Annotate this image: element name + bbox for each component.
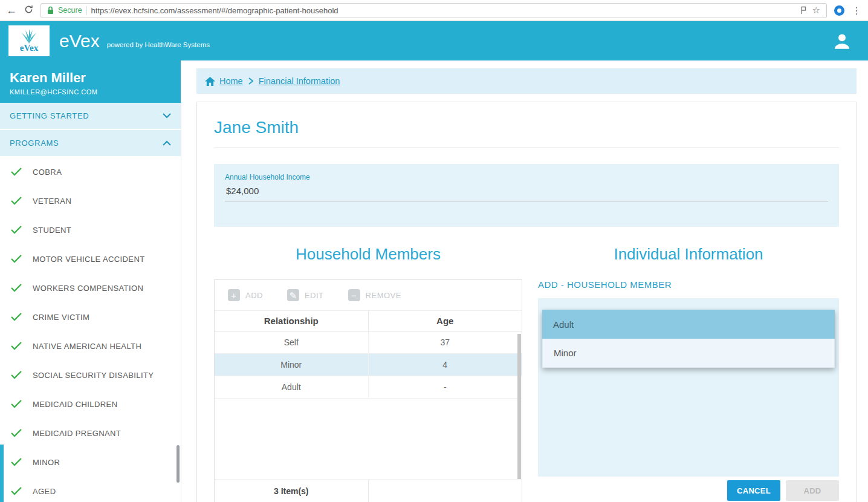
individual-information-title: Individual Information bbox=[538, 245, 839, 264]
address-separator bbox=[86, 6, 87, 15]
table-row[interactable]: Adult - bbox=[215, 376, 522, 399]
table-scrollbar[interactable] bbox=[517, 334, 521, 479]
check-icon bbox=[11, 429, 22, 437]
remove-button-label: REMOVE bbox=[366, 291, 401, 300]
page-action-icon[interactable] bbox=[800, 6, 806, 15]
check-icon bbox=[11, 371, 22, 379]
check-icon bbox=[11, 284, 22, 292]
cell-relationship: Minor bbox=[215, 354, 368, 376]
cancel-button[interactable]: CANCEL bbox=[727, 480, 780, 501]
sidebar-item-veteran[interactable]: VETERAN bbox=[0, 186, 181, 215]
sidebar-left-scrollbar[interactable] bbox=[0, 445, 4, 502]
program-label: MEDICAID CHILDREN bbox=[33, 400, 117, 409]
program-label: STUDENT bbox=[33, 226, 71, 235]
sidebar-item-crime-victim[interactable]: CRIME VICTIM bbox=[0, 302, 181, 331]
breadcrumb: Home Financial Information bbox=[196, 68, 857, 94]
chevron-up-icon bbox=[163, 140, 171, 146]
program-label: AGED bbox=[33, 487, 56, 496]
remove-member-button[interactable]: − REMOVE bbox=[348, 289, 401, 301]
cell-age: - bbox=[368, 376, 522, 398]
sidebar-item-minor[interactable]: MINOR bbox=[0, 448, 181, 477]
household-members-section: Household Members + ADD ✎ EDIT bbox=[214, 245, 522, 502]
secure-label: Secure bbox=[58, 6, 82, 15]
user-avatar-icon[interactable] bbox=[832, 31, 852, 51]
sidebar-item-aged[interactable]: AGED bbox=[0, 477, 181, 502]
individual-information-section: Individual Information ADD - HOUSEHOLD M… bbox=[538, 245, 839, 502]
refresh-icon[interactable] bbox=[24, 5, 33, 16]
breadcrumb-home-link[interactable]: Home bbox=[205, 76, 243, 86]
brand: eVex powered by HealthWare Systems bbox=[59, 31, 210, 51]
evex-plant-icon bbox=[19, 29, 39, 44]
section-label: GETTING STARTED bbox=[10, 111, 89, 120]
option-adult[interactable]: Adult bbox=[542, 310, 835, 339]
table-header: Relationship Age bbox=[215, 311, 522, 331]
income-field-value[interactable]: $24,000 bbox=[225, 181, 828, 201]
section-label: PROGRAMS bbox=[10, 139, 59, 148]
chevron-right-icon bbox=[248, 77, 253, 85]
patient-name-title: Jane Smith bbox=[214, 102, 839, 148]
table-body: Self 37 Minor 4 Adult - bbox=[215, 331, 522, 480]
sidebar-section-programs[interactable]: PROGRAMS bbox=[0, 130, 181, 157]
check-icon bbox=[11, 255, 22, 263]
sidebar-item-motor-vehicle-accident[interactable]: MOTOR VEHICLE ACCIDENT bbox=[0, 244, 181, 273]
program-label: MOTOR VEHICLE ACCIDENT bbox=[33, 255, 145, 264]
sidebar-section-getting-started[interactable]: GETTING STARTED bbox=[0, 103, 181, 130]
brand-name: eVex bbox=[59, 31, 100, 51]
income-panel: Annual Household Income $24,000 bbox=[214, 164, 839, 227]
check-icon bbox=[11, 313, 22, 321]
sidebar-item-medicaid-children[interactable]: MEDICAID CHILDREN bbox=[0, 390, 181, 419]
breadcrumb-financial-information-link[interactable]: Financial Information bbox=[259, 76, 340, 86]
cell-relationship: Adult bbox=[215, 376, 368, 398]
sidebar-item-social-security-disability[interactable]: SOCIAL SECURITY DISABILITY bbox=[0, 360, 181, 390]
check-icon bbox=[11, 168, 22, 176]
browser-chrome: ← Secure https://evex.hcfsinc.com/assess… bbox=[0, 0, 868, 21]
table-row[interactable]: Self 37 bbox=[215, 331, 522, 354]
household-members-grid: + ADD ✎ EDIT − REMOVE bbox=[214, 279, 522, 502]
plus-icon: + bbox=[228, 289, 240, 301]
edit-button-label: EDIT bbox=[305, 291, 324, 300]
bookmark-star-icon[interactable]: ☆ bbox=[812, 5, 820, 16]
extension-icon[interactable] bbox=[834, 5, 844, 16]
sidebar-item-cobra[interactable]: COBRA bbox=[0, 157, 181, 186]
check-icon bbox=[11, 400, 22, 408]
cell-age: 4 bbox=[368, 354, 522, 376]
option-minor[interactable]: Minor bbox=[542, 339, 835, 368]
check-icon bbox=[11, 226, 22, 234]
user-name: Karen Miller bbox=[10, 70, 171, 86]
sidebar-item-workers-compensation[interactable]: WORKERS COMPENSATION bbox=[0, 273, 181, 302]
cell-age: 37 bbox=[368, 331, 522, 353]
edit-member-button[interactable]: ✎ EDIT bbox=[287, 289, 324, 301]
url-text[interactable]: https://evex.hcfsinc.com/assessment/#/de… bbox=[91, 6, 796, 15]
program-label: VETERAN bbox=[33, 197, 71, 206]
sidebar-scrollbar[interactable] bbox=[177, 445, 180, 483]
program-label: MEDICAID PREGNANT bbox=[33, 429, 121, 438]
app-header: eVex eVex powered by HealthWare Systems bbox=[0, 21, 868, 60]
cell-relationship: Self bbox=[215, 331, 368, 353]
check-icon bbox=[11, 487, 22, 495]
sidebar-item-medicaid-pregnant[interactable]: MEDICAID PREGNANT bbox=[0, 419, 181, 448]
sidebar-item-native-american-health[interactable]: NATIVE AMERICAN HEALTH bbox=[0, 331, 181, 360]
item-count: 3 Item(s) bbox=[215, 480, 368, 502]
check-icon bbox=[11, 197, 22, 205]
form-actions: CANCEL ADD bbox=[538, 480, 839, 501]
check-icon bbox=[11, 342, 22, 350]
back-icon[interactable]: ← bbox=[6, 5, 17, 16]
assessment-card: Jane Smith Annual Household Income $24,0… bbox=[196, 102, 857, 502]
add-household-member-subtitle: ADD - HOUSEHOLD MEMBER bbox=[538, 279, 839, 290]
table-row[interactable]: Minor 4 bbox=[215, 354, 522, 376]
column-header-relationship: Relationship bbox=[215, 311, 368, 331]
screen: ← Secure https://evex.hcfsinc.com/assess… bbox=[0, 0, 868, 502]
sidebar-item-student[interactable]: STUDENT bbox=[0, 215, 181, 244]
browser-menu-icon[interactable]: ⋮ bbox=[852, 5, 862, 16]
address-bar[interactable]: Secure https://evex.hcfsinc.com/assessme… bbox=[40, 3, 827, 18]
program-label: MINOR bbox=[33, 458, 60, 467]
secure-lock-icon bbox=[47, 6, 54, 15]
add-member-button[interactable]: + ADD bbox=[228, 289, 263, 301]
evex-logo[interactable]: eVex bbox=[8, 25, 50, 56]
add-button[interactable]: ADD bbox=[786, 480, 839, 501]
pencil-icon: ✎ bbox=[287, 289, 299, 301]
logo-text: eVex bbox=[20, 44, 38, 53]
column-header-age: Age bbox=[368, 311, 522, 331]
income-field-label: Annual Household Income bbox=[225, 173, 828, 181]
check-icon bbox=[11, 458, 22, 466]
